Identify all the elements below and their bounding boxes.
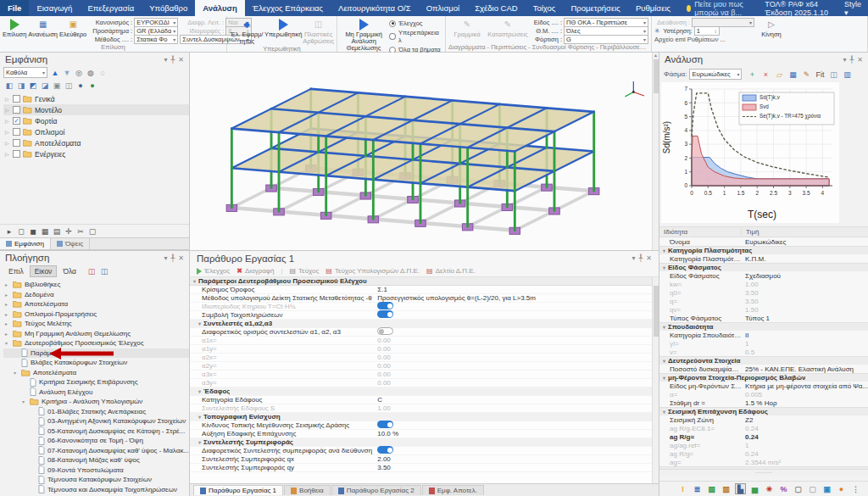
nav-tree-item[interactable]: ▾Δευτεροβάθμιος Προσεισμικός Έλεγχος bbox=[3, 338, 189, 348]
report-doc-icon[interactable]: ▤ bbox=[706, 483, 717, 494]
checkbox[interactable] bbox=[13, 150, 20, 158]
globe-icon[interactable]: ● bbox=[836, 483, 847, 494]
percent-icon[interactable]: % bbox=[778, 483, 789, 494]
page-icon[interactable]: ▢ bbox=[793, 483, 804, 494]
nav-tree-item[interactable]: 03-Ανηγμένη Αξονική Κατακόρυφων Στοιχείω… bbox=[3, 416, 189, 426]
expander-icon[interactable]: ▸ bbox=[5, 320, 10, 326]
toggle-on[interactable] bbox=[377, 310, 393, 318]
parameter-row[interactable]: Συμβολή Τοιχοπληρώσεων bbox=[190, 311, 659, 320]
expander-icon[interactable]: ▷ bbox=[5, 129, 10, 135]
light-icon[interactable]: ● bbox=[75, 80, 86, 91]
view-solid-icon[interactable]: ◧ bbox=[3, 80, 15, 91]
hysteresis-stepper[interactable]: 1↕ bbox=[694, 26, 720, 36]
warning-icon[interactable]: ! bbox=[677, 483, 688, 494]
expander-icon[interactable]: ▷ bbox=[5, 96, 10, 102]
parameter-row[interactable]: Κρίσιμος ΌροφοςΣ.1 bbox=[190, 286, 659, 294]
display-tree-item[interactable]: ▷Μοντέλο bbox=[3, 104, 189, 115]
pin-icon[interactable]: ╀ bbox=[171, 254, 175, 262]
property-row[interactable]: kw=1.00 bbox=[659, 280, 868, 288]
property-row[interactable]: v=0.5 bbox=[659, 348, 868, 356]
property-row[interactable]: ag R/g-EC8.1=0.24 bbox=[659, 424, 868, 432]
nav-tab-Επιλ[interactable]: Επιλ bbox=[3, 265, 29, 277]
nav-tree-item[interactable]: 06-Κανονικότητα σε Τομή - Όψη bbox=[3, 436, 189, 446]
parameter-row[interactable]: α2x=0.00 bbox=[190, 354, 659, 362]
parameter-row[interactable]: Αύξηση Εδαφικής Επιτάχυνσης10.0 % bbox=[190, 430, 659, 438]
report-button[interactable]: ▤Τεύχος bbox=[290, 267, 320, 275]
property-row[interactable]: ag/ag.ref=1 bbox=[659, 441, 868, 449]
tab-Εμφάνιση[interactable]: Εμφάνιση bbox=[0, 238, 51, 249]
display-tree-item[interactable]: ▷Ενέργειες bbox=[3, 148, 189, 159]
checkbox[interactable] bbox=[13, 106, 20, 114]
panel-menu-icon[interactable]: ▾ bbox=[843, 56, 846, 64]
select-add-icon[interactable]: ◻ bbox=[15, 226, 27, 237]
panel-menu-icon[interactable]: ▾ bbox=[164, 56, 168, 64]
nav-tree-item[interactable]: Βλάβες Κατακόρυφων Στοιχείων bbox=[3, 358, 189, 368]
property-row[interactable]: Τύπος ΦάσματοςΤύπος 1 bbox=[659, 314, 868, 322]
nav-tree-item[interactable]: 07-Κατανομή Δυσκαμψίας καθ' ύψος - Μαλακ… bbox=[3, 446, 189, 456]
ribbon-tab-Εισαγωγή[interactable]: Εισαγωγή bbox=[29, 0, 80, 16]
render-icon[interactable]: ▣ bbox=[51, 80, 63, 91]
property-section[interactable]: ▾Κατηγορία Πλαστιμότητας bbox=[659, 246, 868, 254]
nav-tab-Εικον[interactable]: Εικον bbox=[30, 265, 58, 277]
model-viewport[interactable]: ▲ bbox=[190, 53, 659, 251]
panel-menu-icon[interactable]: ▾ bbox=[164, 254, 168, 262]
nav-tree-item[interactable]: ▸Μη Γραμμική Ανάλυση Θεμελίωσης bbox=[3, 329, 189, 339]
ribbon-tab-Έλεγχος Επάρκειας[interactable]: Έλεγχος Επάρκειας bbox=[245, 0, 331, 16]
parameter-row[interactable]: Κίνδυνος Τοπικής Μεγέθυνσης Σεισμικής Δρ… bbox=[190, 421, 659, 430]
view-hidden-icon[interactable]: ◪ bbox=[39, 80, 51, 91]
close-icon[interactable]: ✕ bbox=[646, 254, 652, 262]
parameter-row[interactable]: α3y=0.00 bbox=[190, 379, 659, 387]
expander-icon[interactable]: ▸ bbox=[5, 311, 10, 317]
export-chart-icon[interactable]: ▥ bbox=[841, 69, 853, 80]
nav-tree-item[interactable]: ▸Τεύχος Μελέτης bbox=[3, 319, 189, 329]
chart-view-icon[interactable]: ▙ bbox=[735, 483, 746, 494]
dpe-sheet-button[interactable]: ▤Δελτίο Δ.Π.Ε. bbox=[426, 267, 476, 275]
tab-Βοήθεια[interactable]: Βοήθεια bbox=[284, 485, 331, 495]
view-wire-icon[interactable]: ◩ bbox=[27, 80, 39, 91]
pin-icon[interactable]: ╀ bbox=[638, 254, 643, 262]
up-arrow-icon[interactable]: ▲ bbox=[49, 67, 61, 78]
nav-tree-item[interactable]: ▸Οπλισμοί-Προμετρήσεις bbox=[3, 309, 189, 320]
nav-tab-Όλα[interactable]: Όλα bbox=[58, 265, 81, 277]
tab-Παράθυρο Εργασίας 1[interactable]: Παράθυρο Εργασίας 1 bbox=[193, 485, 283, 495]
property-row[interactable]: ag R/g=0.24 bbox=[659, 432, 868, 441]
nav-tree-item[interactable]: ▸Δεδομένα bbox=[3, 290, 189, 300]
property-section[interactable]: ▾Δευτερεύοντα Στοιχεία bbox=[659, 356, 868, 365]
nav-tree-item[interactable]: ▸Αποτελέσματα bbox=[3, 299, 189, 309]
frame-icon[interactable]: ▢ bbox=[86, 226, 98, 237]
property-section[interactable]: ▾μη-Φέροντα Στοιχεία-Περιορισμός Βλαβών bbox=[659, 373, 868, 382]
parameter-row[interactable]: Συντελεστής Συμπεριφοράς qx2.00 bbox=[190, 455, 659, 464]
expander-icon[interactable]: ▾ bbox=[22, 398, 27, 404]
refresh-button[interactable]: ▦ Ανανέωση bbox=[28, 17, 58, 38]
checkbox[interactable]: ✓ bbox=[13, 117, 20, 125]
tools-icon[interactable]: ✳ bbox=[764, 483, 775, 494]
expander-icon[interactable]: ▷ bbox=[5, 118, 10, 124]
motion-button[interactable]: ▷ Κίνηση bbox=[756, 17, 787, 38]
viewport-scrollbar[interactable]: ▲ bbox=[652, 53, 659, 250]
check-button[interactable]: Έλεγχος bbox=[197, 267, 230, 275]
expander-icon[interactable]: ▸ bbox=[5, 331, 10, 337]
pin-icon[interactable]: ╀ bbox=[171, 56, 175, 64]
open-spectrum-icon[interactable]: ▱ bbox=[773, 69, 785, 80]
property-row[interactable]: qv=1.50 bbox=[659, 305, 868, 314]
view-shaded-icon[interactable]: ◨ bbox=[15, 80, 27, 91]
ribbon-tab-Επεξεργασία[interactable]: Επεξεργασία bbox=[80, 0, 142, 16]
property-section[interactable]: ▾Είδος Φάσματος bbox=[659, 263, 868, 271]
nav-tree-item[interactable]: Ανάλυση Ελέγχου bbox=[3, 387, 189, 398]
pin-icon[interactable]: ╀ bbox=[849, 56, 854, 64]
nav-tree-item[interactable]: 01-Βλάβες Στατικής Ανεπάρκειας bbox=[3, 407, 189, 417]
checkbox[interactable] bbox=[13, 139, 20, 147]
display-filter-combo[interactable]: Καθόλα▾ bbox=[3, 67, 47, 78]
radio-check[interactable]: Έλεγχος bbox=[389, 20, 442, 27]
tell-me-search[interactable]: Πείτε μου πως μπορώ να β... bbox=[678, 0, 765, 16]
close-icon[interactable]: ✕ bbox=[178, 254, 184, 262]
move-icon[interactable]: ✛ bbox=[63, 226, 75, 237]
property-row[interactable]: Στάθμη dr =1.5 % Hορ bbox=[659, 398, 868, 407]
bar-chart-icon[interactable]: ▅ bbox=[749, 483, 760, 494]
toggle-on[interactable] bbox=[377, 421, 393, 428]
nav-tree-item[interactable]: 05-Κατανομή Δυσκαμψίας σε Κάτοψη - Στρέ.… bbox=[3, 426, 189, 437]
calc-report-button[interactable]: ▤Τεύχος Υπολογισμών Δ.Π.Ε. bbox=[326, 267, 420, 275]
nav-tree-item[interactable]: Τέμνουσα και Δυσκαμψία Τοιχοπληρώσεων bbox=[3, 485, 189, 495]
expander-icon[interactable]: ▸ bbox=[5, 301, 10, 307]
parameter-section[interactable]: ▾Έδαφος bbox=[190, 387, 659, 396]
